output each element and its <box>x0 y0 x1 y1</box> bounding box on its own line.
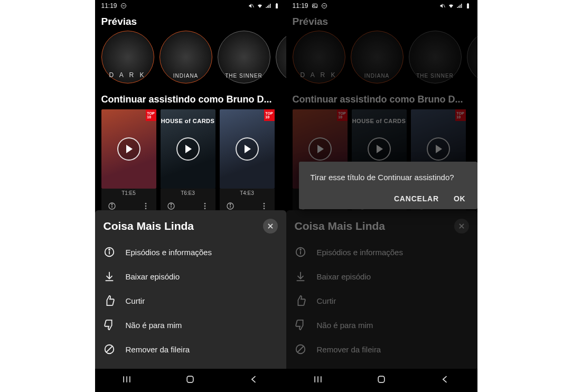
sheet-item-label: Não é para mim <box>317 321 373 330</box>
title-card[interactable]: TOP10 T4:E3 <box>220 109 275 214</box>
title-card[interactable]: TOP10 T1:E5 <box>101 109 156 214</box>
play-icon[interactable] <box>308 137 332 161</box>
sheet-item-episodes-info[interactable]: Episódios e informações <box>295 240 469 264</box>
phone-left: 11:19 Prévias D A R K INDIANA THE SINNER <box>95 0 286 392</box>
more-icon[interactable] <box>142 202 150 210</box>
more-icon[interactable] <box>260 202 268 210</box>
svg-point-14 <box>204 203 205 204</box>
thumbs-up-icon <box>104 295 115 306</box>
signal-icon <box>265 3 271 9</box>
status-bar: 11:19 <box>286 0 477 12</box>
battery-icon <box>465 3 471 9</box>
sheet-item-download[interactable]: Baixar episódio <box>104 264 278 288</box>
system-nav-bar <box>95 369 286 392</box>
sheet-item-label: Não é para mim <box>126 321 182 330</box>
dnd-icon <box>120 3 127 9</box>
remove-confirm-dialog: Tirar esse título de Continuar assistind… <box>299 162 477 209</box>
svg-point-27 <box>109 249 110 250</box>
svg-point-20 <box>263 203 265 204</box>
play-icon[interactable] <box>236 137 259 161</box>
back-button[interactable] <box>440 374 451 387</box>
dnd-icon <box>321 3 327 9</box>
svg-rect-41 <box>467 4 469 8</box>
svg-point-10 <box>145 208 146 209</box>
sheet-title: Coisa Mais Linda <box>104 220 194 232</box>
recents-button[interactable] <box>313 374 323 387</box>
sheet-item-download[interactable]: Baixar episódio <box>295 264 469 288</box>
sheet-item-label: Remover da fileira <box>317 345 381 354</box>
sheet-item-like[interactable]: Curtir <box>295 288 469 313</box>
sheet-item-remove[interactable]: Remover da fileira <box>295 337 469 361</box>
svg-point-15 <box>204 206 205 207</box>
episode-label: T1:E5 <box>101 189 156 198</box>
download-icon <box>104 270 115 282</box>
svg-point-7 <box>111 204 112 204</box>
dialog-message: Tirar esse título de Continuar assistind… <box>311 172 466 183</box>
svg-rect-4 <box>276 3 277 4</box>
info-icon <box>104 246 115 258</box>
info-icon[interactable] <box>167 202 175 210</box>
previa-item[interactable]: THE SINNER <box>409 31 462 83</box>
continue-watching-row: TOP10 T1:E5 HOUSE of CARDS T6:E3 <box>95 109 286 214</box>
status-time: 11:19 <box>293 2 308 10</box>
close-button[interactable] <box>454 219 469 234</box>
previas-section: Prévias D A R K INDIANA THE SINNER <box>286 12 477 83</box>
play-icon[interactable] <box>176 137 200 161</box>
system-nav-bar <box>286 369 477 392</box>
back-button[interactable] <box>249 374 259 387</box>
wifi-icon <box>257 3 263 9</box>
previa-item[interactable]: D A R K <box>101 31 154 83</box>
battery-icon <box>274 3 280 9</box>
play-icon[interactable] <box>368 137 391 161</box>
home-button[interactable] <box>376 374 387 387</box>
phone-right: 11:19 Prévias D A R K INDIANA THE SINNER… <box>286 0 477 392</box>
close-button[interactable] <box>263 219 278 234</box>
sheet-title: Coisa Mais Linda <box>295 220 386 232</box>
svg-line-31 <box>106 347 112 352</box>
thumbs-down-icon <box>104 319 115 331</box>
sheet-item-episodes-info[interactable]: Episódios e informações <box>104 240 278 264</box>
sheet-item-label: Remover da fileira <box>126 345 190 354</box>
svg-rect-35 <box>187 376 194 382</box>
sheet-item-remove[interactable]: Remover da fileira <box>104 337 278 361</box>
previa-item[interactable] <box>467 31 477 83</box>
info-icon[interactable] <box>108 202 116 210</box>
recents-button[interactable] <box>121 374 132 387</box>
mute-icon <box>439 3 446 9</box>
ok-button[interactable]: OK <box>454 194 466 203</box>
status-time: 11:19 <box>101 2 117 10</box>
play-icon[interactable] <box>427 137 450 161</box>
remove-icon <box>104 343 115 355</box>
wifi-icon <box>448 3 454 9</box>
previa-item[interactable]: THE SINNER <box>218 31 270 83</box>
sheet-item-label: Baixar episódio <box>126 272 180 281</box>
svg-line-40 <box>443 4 445 7</box>
signal-icon <box>456 3 463 9</box>
svg-point-22 <box>263 208 265 209</box>
sheet-item-label: Curtir <box>126 296 145 305</box>
sheet-item-dislike[interactable]: Não é para mim <box>104 313 278 337</box>
top10-badge: TOP10 <box>146 109 156 121</box>
thumbs-down-icon <box>295 319 306 331</box>
previas-section: Prévias D A R K INDIANA THE SINNER <box>95 12 286 83</box>
sheet-item-label: Baixar episódio <box>317 272 371 281</box>
top10-badge: TOP10 <box>455 109 466 121</box>
previa-item[interactable]: D A R K <box>293 31 345 83</box>
previa-item[interactable]: INDIANA <box>351 31 404 83</box>
more-icon[interactable] <box>201 202 209 210</box>
info-icon[interactable] <box>226 202 235 210</box>
play-icon[interactable] <box>117 137 140 161</box>
home-button[interactable] <box>185 374 195 387</box>
previa-item[interactable] <box>276 31 286 83</box>
episode-label: T4:E3 <box>220 189 275 198</box>
sheet-item-like[interactable]: Curtir <box>104 288 278 313</box>
svg-rect-42 <box>467 3 468 4</box>
svg-point-8 <box>145 203 146 204</box>
svg-rect-73 <box>379 376 385 382</box>
title-options-sheet: Coisa Mais Linda Episódios e informações… <box>286 210 477 369</box>
sheet-item-dislike[interactable]: Não é para mim <box>295 313 469 337</box>
title-card[interactable]: HOUSE of CARDS T6:E3 <box>161 109 215 214</box>
cancel-button[interactable]: CANCELAR <box>394 194 439 203</box>
svg-point-13 <box>171 204 171 204</box>
previa-item[interactable]: INDIANA <box>160 31 212 83</box>
